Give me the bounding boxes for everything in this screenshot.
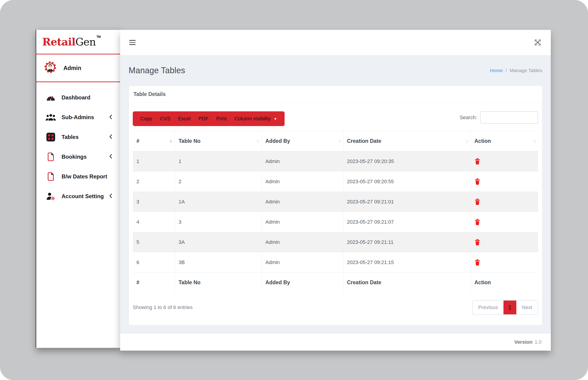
- delete-row-button[interactable]: [474, 239, 480, 246]
- sidebar-item-label: Tables: [61, 134, 109, 140]
- sidebar-item-dashboard[interactable]: Dashboard: [36, 88, 120, 107]
- sidebar: RetailGenTM Admin: [36, 30, 120, 348]
- search-label: Search:: [460, 114, 477, 121]
- card-title: Table Details: [129, 86, 542, 103]
- sort-icon: ↑↓: [533, 139, 535, 144]
- entries-info: Showing 1 to 6 of 6 entries: [133, 304, 193, 310]
- caret-down-icon: ▼: [274, 117, 277, 121]
- table-row: 53AAdmin2023-05-27 09:21:11: [133, 232, 538, 252]
- version-label: Version: [514, 339, 532, 345]
- sidebar-item-sub-admins[interactable]: Sub-Admins: [36, 107, 120, 127]
- cell-action: [471, 151, 538, 171]
- cell-table-no: 1: [175, 151, 262, 171]
- version-number: 1.0: [534, 339, 542, 345]
- cell-action: [471, 212, 538, 232]
- table-footer-bar: Showing 1 to 6 of 6 entries Previous 1 N…: [133, 300, 538, 315]
- table-row: 11Admin2023-05-27 09:20:35: [133, 151, 538, 171]
- trademark-symbol: TM: [97, 35, 101, 38]
- pagination: Previous 1 Next: [472, 300, 538, 315]
- breadcrumb-home-link[interactable]: Home: [490, 68, 503, 73]
- cell-added-by: Admin: [262, 252, 343, 273]
- hamburger-menu-icon[interactable]: [129, 38, 136, 46]
- expand-fullscreen-icon[interactable]: [534, 39, 541, 46]
- card-body: Copy CVS Excel PDF Print Column visibili…: [129, 103, 542, 315]
- content-area: Manage Tables Home / Manage Tables Table…: [120, 55, 551, 334]
- search-input[interactable]: [480, 111, 538, 124]
- table-row: 63BAdmin2023-05-27 09:21:15: [133, 252, 538, 273]
- trash-icon: [474, 259, 480, 266]
- column-header-table-no[interactable]: Table No ↑↓: [175, 131, 262, 151]
- cvs-button[interactable]: CVS: [156, 111, 174, 126]
- cell-creation-date: 2023-05-27 09:20:35: [343, 151, 471, 171]
- cell-action: [471, 171, 538, 192]
- breadcrumb-separator: /: [506, 68, 507, 73]
- cell-num: 1: [133, 151, 175, 171]
- brand-name-secondary: Gen: [75, 36, 96, 48]
- table-footer-row: # Table No Added By Creation Date Action: [133, 273, 538, 293]
- excel-button[interactable]: Excel: [174, 111, 195, 126]
- print-button[interactable]: Print: [212, 111, 230, 126]
- users-icon: [45, 114, 56, 121]
- cell-table-no: 2: [175, 171, 262, 192]
- column-header-num[interactable]: # ↑↓: [133, 131, 175, 151]
- cell-added-by: Admin: [262, 171, 343, 192]
- column-header-creation-date[interactable]: Creation Date ↑↓: [343, 131, 471, 151]
- cell-added-by: Admin: [262, 212, 343, 232]
- sidebar-item-label: Sub-Admins: [61, 114, 109, 121]
- speedometer-icon: [45, 94, 56, 102]
- export-button-group: Copy CVS Excel PDF Print Column visibili…: [133, 111, 285, 126]
- tables-data-table: # ↑↓ Table No ↑↓ Added By: [133, 131, 538, 293]
- footer-col-action: Action: [471, 273, 538, 293]
- sidebar-admin-profile[interactable]: Admin: [36, 55, 120, 81]
- sort-icon: ↑↓: [170, 139, 172, 144]
- column-header-added-by[interactable]: Added By ↑↓: [262, 131, 343, 151]
- app-window: RetailGenTM Admin: [36, 30, 551, 351]
- footer-col-creation-date: Creation Date: [343, 273, 471, 293]
- cell-added-by: Admin: [262, 232, 343, 252]
- cell-added-by: Admin: [262, 192, 343, 212]
- table-row: 43Admin2023-05-27 09:21:07: [133, 212, 538, 232]
- sidebar-item-account-setting[interactable]: Account Setting: [36, 187, 120, 206]
- column-header-action[interactable]: Action ↑↓: [471, 131, 538, 151]
- pagination-next-button[interactable]: Next: [516, 301, 538, 314]
- sidebar-item-bw-dates-report[interactable]: B/w Dates Report: [36, 167, 120, 187]
- delete-row-button[interactable]: [474, 178, 480, 185]
- table-details-card: Table Details Copy CVS Excel PDF Print C…: [129, 86, 542, 325]
- trash-icon: [474, 239, 480, 246]
- sort-icon: ↑↓: [256, 139, 259, 144]
- sidebar-item-tables[interactable]: Tables: [36, 127, 120, 147]
- cell-table-no: 3B: [175, 252, 262, 273]
- sidebar-item-bookings[interactable]: Bookings: [36, 147, 120, 167]
- cell-action: [471, 252, 538, 273]
- delete-row-button[interactable]: [474, 158, 480, 165]
- table-row: 22Admin2023-05-27 09:20:55: [133, 171, 538, 192]
- page-header: Manage Tables Home / Manage Tables: [129, 55, 542, 86]
- cell-num: 6: [133, 252, 175, 273]
- chevron-left-icon: [109, 153, 112, 160]
- main-panel: Manage Tables Home / Manage Tables Table…: [120, 30, 551, 351]
- delete-row-button[interactable]: [474, 198, 480, 205]
- footer-col-table-no: Table No: [175, 273, 262, 293]
- breadcrumb: Home / Manage Tables: [490, 68, 542, 73]
- brand-logo[interactable]: RetailGenTM: [36, 30, 120, 54]
- file-icon: [45, 172, 56, 181]
- user-gear-icon: [45, 192, 56, 200]
- trash-icon: [474, 219, 480, 226]
- footer-col-num: #: [133, 273, 175, 293]
- column-visibility-label: Column visibility: [235, 116, 271, 122]
- pdf-button[interactable]: PDF: [194, 111, 212, 126]
- cell-table-no: 3: [175, 212, 262, 232]
- table-row: 31AAdmin2023-05-27 09:21:01: [133, 192, 538, 212]
- cell-table-no: 1A: [175, 192, 262, 212]
- cell-creation-date: 2023-05-27 09:21:01: [343, 192, 471, 212]
- pagination-previous-button[interactable]: Previous: [473, 301, 504, 314]
- delete-row-button[interactable]: [474, 259, 480, 266]
- copy-button[interactable]: Copy: [137, 111, 156, 126]
- delete-row-button[interactable]: [474, 219, 480, 226]
- chevron-left-icon: [109, 134, 112, 140]
- sidebar-item-label: Bookings: [61, 154, 109, 160]
- trash-icon: [474, 178, 480, 185]
- column-visibility-button[interactable]: Column visibility ▼: [231, 111, 281, 126]
- pagination-page-1-button[interactable]: 1: [504, 301, 516, 314]
- cell-num: 3: [133, 192, 175, 212]
